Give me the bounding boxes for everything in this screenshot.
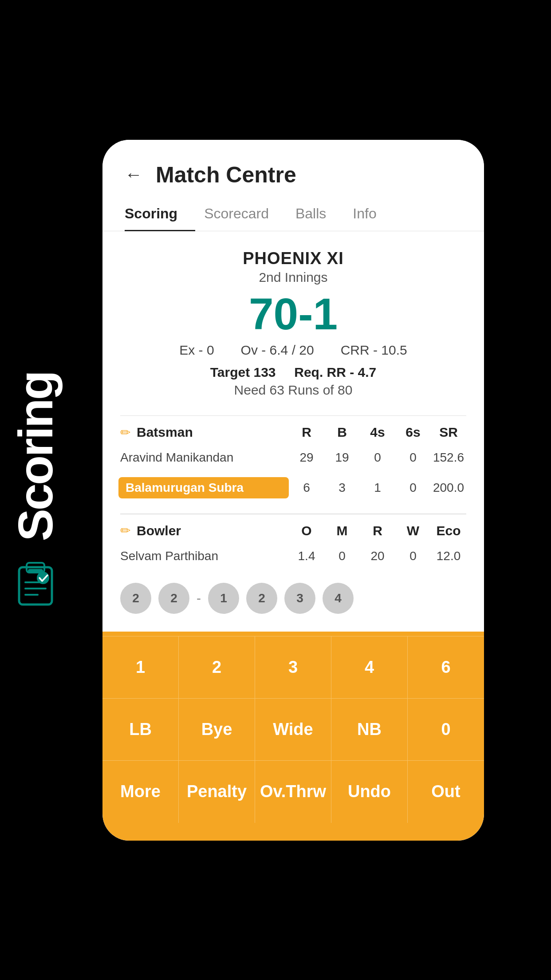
batsman-1-sr: 152.6 (431, 450, 466, 465)
batting-col-r: R (289, 425, 324, 440)
batsman-2-4s: 1 (360, 481, 395, 495)
header: ← Match Centre (102, 140, 484, 197)
innings-label: 2nd Innings (111, 270, 475, 285)
batting-col-name: Batsman (137, 425, 289, 440)
tab-balls[interactable]: Balls (295, 197, 344, 231)
bowling-col-eco: Eco (431, 523, 466, 538)
batting-row-2[interactable]: Balamurugan Subra 6 3 1 0 200.0 (120, 471, 466, 505)
ball-5: 3 (284, 583, 315, 614)
scoring-pad: 1 2 3 4 6 LB Bye Wide NB 0 More Penalty … (102, 632, 484, 841)
bowler-1-name: Selvam Parthiban (120, 549, 289, 563)
pad-out[interactable]: Out (408, 761, 484, 823)
ball-6: 4 (323, 583, 354, 614)
batsman-2-r: 6 (289, 481, 324, 495)
bowling-header: ✏ Bowler O M R W Eco (120, 523, 466, 538)
pad-6[interactable]: 6 (408, 636, 484, 699)
batting-col-b: B (324, 425, 360, 440)
side-label: Scoring (0, 0, 71, 980)
main-score: 70-1 (111, 289, 475, 338)
bowling-col-m: M (324, 523, 360, 538)
ball-sep: - (197, 591, 201, 606)
bowling-col-r: R (360, 523, 395, 538)
ball-1: 2 (120, 583, 151, 614)
bowling-row-1: Selvam Parthiban 1.4 0 20 0 12.0 (120, 543, 466, 569)
phone-card: ← Match Centre Scoring Scorecard Balls I… (102, 140, 484, 841)
divider-2 (120, 514, 466, 514)
batting-edit-icon[interactable]: ✏ (120, 425, 130, 440)
pad-ov-thrw[interactable]: Ov.Thrw (255, 761, 331, 823)
tabs-bar: Scoring Scorecard Balls Info (102, 197, 484, 231)
ball-2: 2 (158, 583, 189, 614)
svg-rect-2 (28, 569, 43, 573)
score-section: PHOENIX XI 2nd Innings 70-1 Ex - 0 Ov - … (102, 231, 484, 407)
batting-col-6s: 6s (395, 425, 431, 440)
pad-0[interactable]: 0 (408, 699, 484, 761)
score-meta: Ex - 0 Ov - 6.4 / 20 CRR - 10.5 (111, 343, 475, 358)
batsman-2-sr: 200.0 (431, 481, 466, 495)
batsman-1-b: 19 (324, 450, 360, 465)
batsman-1-name: Aravind Manikandan (120, 450, 289, 465)
ball-history: 2 2 - 1 2 3 4 (102, 574, 484, 623)
bowling-col-o: O (289, 523, 324, 538)
batting-header: ✏ Batsman R B 4s 6s SR (120, 425, 466, 440)
back-button[interactable]: ← (125, 165, 142, 185)
target: Target 133 (210, 365, 276, 379)
batting-table: ✏ Batsman R B 4s 6s SR Aravind Manikanda… (102, 425, 484, 505)
pad-wide[interactable]: Wide (255, 699, 331, 761)
bowler-1-w: 0 (395, 549, 431, 563)
bowler-1-o: 1.4 (289, 549, 324, 563)
batsman-2-6s: 0 (395, 481, 431, 495)
batting-col-sr: SR (431, 425, 466, 440)
ball-4: 2 (246, 583, 277, 614)
batsman-1-r: 29 (289, 450, 324, 465)
bowling-table: ✏ Bowler O M R W Eco Selvam Parthiban 1.… (102, 523, 484, 569)
crr: CRR - 10.5 (341, 343, 407, 358)
tab-info[interactable]: Info (353, 197, 394, 231)
extras: Ex - 0 (179, 343, 214, 358)
bowler-1-r: 20 (360, 549, 395, 563)
tab-scoring[interactable]: Scoring (125, 197, 195, 231)
pad-more[interactable]: More (102, 761, 179, 823)
need-row: Need 63 Runs of 80 (111, 383, 475, 398)
req-rr: Req. RR - 4.7 (294, 365, 376, 379)
bowling-col-name: Bowler (137, 523, 289, 538)
pad-nb[interactable]: NB (331, 699, 408, 761)
bowler-1-eco: 12.0 (431, 549, 466, 563)
pad-3[interactable]: 3 (255, 636, 331, 699)
target-row: Target 133 Req. RR - 4.7 (111, 365, 475, 380)
svg-point-6 (37, 572, 49, 584)
pad-1[interactable]: 1 (102, 636, 179, 699)
pad-penalty[interactable]: Penalty (179, 761, 255, 823)
pad-lb[interactable]: LB (102, 699, 179, 761)
pad-2[interactable]: 2 (179, 636, 255, 699)
page-title: Match Centre (156, 162, 296, 188)
scoring-vertical-text: Scoring (11, 372, 60, 541)
card-white-section: ← Match Centre Scoring Scorecard Balls I… (102, 140, 484, 632)
batsman-1-4s: 0 (360, 450, 395, 465)
bowler-1-m: 0 (324, 549, 360, 563)
batsman-1-6s: 0 (395, 450, 431, 465)
pad-grid: 1 2 3 4 6 LB Bye Wide NB 0 More Penalty … (102, 636, 484, 823)
pad-undo[interactable]: Undo (331, 761, 408, 823)
batting-col-4s: 4s (360, 425, 395, 440)
divider-1 (120, 415, 466, 416)
pad-bye[interactable]: Bye (179, 699, 255, 761)
bowling-col-w: W (395, 523, 431, 538)
ball-3: 1 (208, 583, 239, 614)
pad-4[interactable]: 4 (331, 636, 408, 699)
overs: Ov - 6.4 / 20 (241, 343, 314, 358)
batting-row-1: Aravind Manikandan 29 19 0 0 152.6 (120, 444, 466, 471)
batsman-2-b: 3 (324, 481, 360, 495)
bowling-edit-icon[interactable]: ✏ (120, 523, 130, 538)
tab-scorecard[interactable]: Scorecard (204, 197, 287, 231)
clipboard-icon (16, 559, 55, 608)
batsman-2-name: Balamurugan Subra (118, 477, 289, 498)
team-name: PHOENIX XI (111, 249, 475, 268)
